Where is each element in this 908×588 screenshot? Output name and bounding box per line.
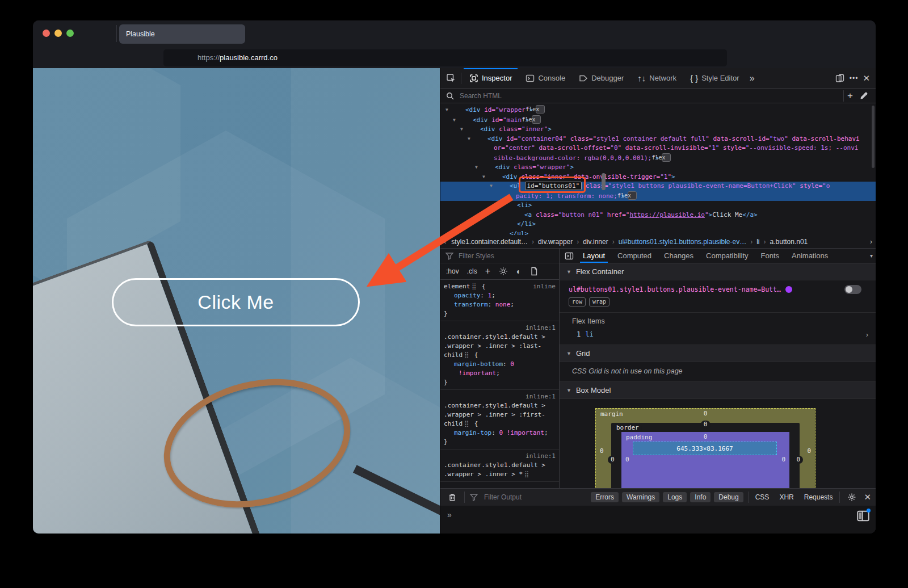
markup-line[interactable]: ▼<div id="container04" class="style1 con… (440, 135, 876, 163)
breadcrumb-item[interactable]: ul#buttons01.style1.buttons.plausible-ev… (619, 238, 746, 246)
box-model-border[interactable]: border 0 0 0 padding 0 0 0 0 (611, 423, 800, 488)
filter-output-input[interactable] (483, 493, 568, 502)
responsive-design-icon[interactable] (833, 71, 847, 86)
markup-line[interactable]: ▼<div id="main">flex (440, 115, 876, 125)
markup-line[interactable]: ▼<div class="wrapper"> (440, 163, 876, 173)
click-me-button[interactable]: Click Me (112, 278, 360, 326)
css-declaration[interactable]: transform: none; (444, 300, 556, 309)
console-input-area[interactable]: » (440, 506, 876, 534)
markup-line[interactable]: </ul> (440, 229, 876, 236)
console-filter-requests[interactable]: Requests (802, 492, 835, 502)
css-declaration[interactable]: opacity: 1; (444, 291, 556, 300)
rule-selector[interactable]: .container.style1.default > .wrapper > .… (444, 333, 556, 360)
close-window-button[interactable] (43, 30, 50, 37)
grid-header[interactable]: ▼ Grid (560, 345, 876, 362)
split-console-icon[interactable] (856, 509, 870, 523)
zoom-window-button[interactable] (66, 30, 74, 37)
box-model-header[interactable]: ▼ Box Model (560, 382, 876, 399)
console-filter-debug[interactable]: Debug (714, 492, 743, 502)
flex-item-row[interactable]: 1 li › (560, 327, 876, 341)
class-toggle[interactable]: .cls (467, 267, 477, 275)
margin-left-value[interactable]: 0 (600, 447, 604, 455)
rule-selector[interactable]: element⣿ { (444, 282, 486, 291)
flex-badge[interactable]: flex (628, 191, 637, 200)
sidebar-tab-layout[interactable]: Layout (577, 249, 611, 263)
markup-line[interactable]: ▼<div id="wrapper">flex (440, 105, 876, 115)
flex-badge[interactable]: flex (662, 153, 671, 162)
markup-line[interactable]: ▼<div class="inner" data-onvisible-trigg… (440, 173, 876, 182)
markup-line[interactable]: ▼<div class="inner"> (440, 125, 876, 135)
css-declaration[interactable]: margin-bottom: 0 !important; (444, 360, 556, 378)
console-filter-xhr[interactable]: XHR (777, 492, 796, 502)
breadcrumb-item[interactable]: div.inner (583, 238, 608, 246)
breadcrumb-scroll-left-icon[interactable]: ‹ (443, 237, 447, 246)
expander-icon[interactable]: ▼ (510, 201, 517, 211)
breadcrumb-item[interactable]: a.button.n01 (770, 238, 808, 246)
box-model-margin[interactable]: margin 0 0 0 border 0 0 0 padding (595, 408, 815, 488)
clear-console-icon[interactable] (445, 490, 460, 505)
expander-icon[interactable]: ▼ (481, 135, 487, 144)
light-theme-sim-icon[interactable] (498, 264, 508, 279)
markup-line[interactable]: ▼<ul id="buttons01" class="style1 button… (440, 182, 876, 201)
margin-right-value[interactable]: 0 (807, 447, 811, 455)
pick-element-icon[interactable] (444, 71, 459, 86)
tab-style-editor[interactable]: { } Style Editor (684, 68, 745, 89)
box-model-padding[interactable]: padding 0 0 0 0 645.333×83.1667 (621, 432, 789, 488)
close-console-icon[interactable]: ✕ (864, 492, 871, 502)
padding-right-value[interactable]: 0 (781, 456, 785, 464)
flex-container-header[interactable]: ▼ Flex Container (560, 263, 876, 280)
eyedropper-icon[interactable] (856, 89, 871, 103)
flex-highlighter-toggle[interactable] (844, 285, 861, 294)
console-filter-css[interactable]: CSS (753, 492, 772, 502)
breadcrumb-item[interactable]: li (756, 238, 759, 246)
tab-console[interactable]: Console (520, 68, 571, 89)
expander-icon[interactable]: ▼ (495, 173, 502, 182)
highlighter-dots-icon[interactable]: ⣿ (464, 351, 469, 359)
sidebar-tab-compatibility[interactable]: Compatibility (700, 249, 754, 263)
tab-inspector[interactable]: Inspector (464, 68, 518, 89)
box-model-content[interactable]: 645.333×83.1667 (633, 442, 777, 455)
expand-sidebar-icon[interactable] (563, 249, 575, 263)
devtools-menu-icon[interactable]: ••• (850, 74, 859, 82)
url-bar[interactable]: https://plausible.carrd.co (163, 49, 727, 66)
padding-left-value[interactable]: 0 (625, 456, 629, 464)
markup-line[interactable]: <a class="button n01" href="https://plau… (440, 211, 876, 220)
markup-line[interactable]: ▼<li> (440, 201, 876, 211)
console-filter-logs[interactable]: Logs (663, 492, 687, 502)
sidebar-tab-computed[interactable]: Computed (611, 249, 658, 263)
expander-icon[interactable]: ▼ (488, 163, 495, 173)
console-filter-info[interactable]: Info (690, 492, 711, 502)
highlighter-dots-icon[interactable]: ⣿ (472, 283, 476, 290)
console-filter-errors[interactable]: Errors (591, 492, 619, 502)
filter-styles-input[interactable] (457, 251, 554, 261)
css-declaration[interactable]: margin-top: 0 !important; (444, 429, 556, 438)
expander-icon[interactable]: ▼ (473, 125, 480, 135)
expander-icon[interactable]: ▼ (466, 116, 473, 125)
expander-icon[interactable]: ▼ (503, 182, 510, 191)
add-rule-icon[interactable]: + (485, 266, 490, 276)
console-filter-warnings[interactable]: Warnings (622, 492, 659, 502)
highlighter-dots-icon[interactable]: ⣿ (464, 420, 469, 427)
rule-selector[interactable]: .container.style1.default > .wrapper > .… (444, 401, 556, 429)
more-tabs-icon[interactable]: » (747, 73, 757, 83)
rules-scrollbar[interactable] (602, 173, 606, 190)
flex-selector[interactable]: ul#buttons01.style1.buttons.plausible-ev… (569, 285, 781, 293)
breadcrumb-item[interactable]: style1.container.default… (451, 238, 528, 246)
rule-origin-link[interactable]: inline:1 (526, 324, 556, 331)
sidebar-tabs-overflow-icon[interactable]: ▾ (870, 253, 873, 259)
pseudo-class-toggle[interactable]: :hov (446, 267, 459, 275)
tab-network[interactable]: ↑↓ Network (632, 68, 682, 89)
flex-badge[interactable]: flex (536, 105, 545, 114)
rule-origin-link[interactable]: inline:1 (526, 393, 556, 400)
close-devtools-icon[interactable]: ✕ (860, 73, 872, 83)
print-sim-icon[interactable] (529, 264, 539, 279)
markup-line[interactable]: </li> (440, 220, 876, 229)
sidebar-tab-fonts[interactable]: Fonts (755, 249, 786, 263)
rule-origin-link[interactable]: inline:1 (526, 452, 556, 460)
flex-badge[interactable]: flex (532, 115, 541, 124)
breadcrumb-item[interactable]: div.wrapper (538, 238, 573, 246)
console-settings-gear-icon[interactable] (844, 490, 859, 505)
border-right-value[interactable]: 0 (793, 456, 803, 464)
dark-theme-sim-icon[interactable]: ◐ (516, 267, 521, 276)
rule-selector[interactable]: .container.style1.default > .wrapper > .… (444, 461, 556, 479)
